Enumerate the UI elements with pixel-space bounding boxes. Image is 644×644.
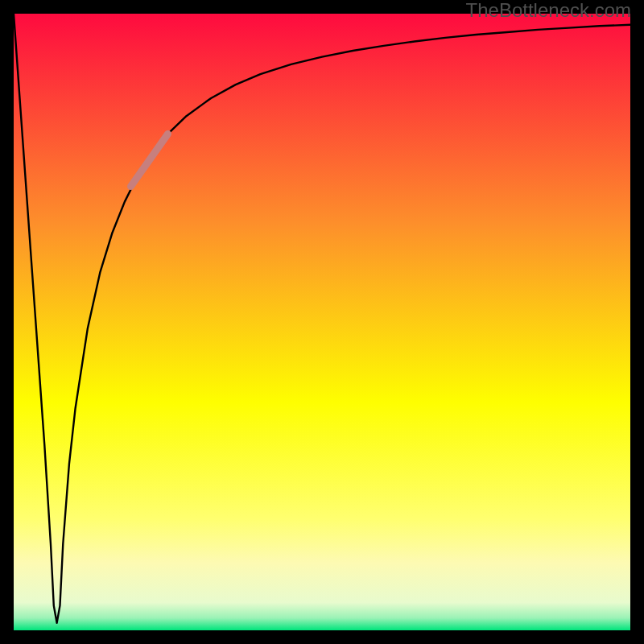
- chart-frame: TheBottleneck.com: [0, 0, 644, 644]
- plot-area: [14, 14, 630, 630]
- chart-svg: [14, 14, 630, 630]
- gradient-background: [14, 14, 630, 630]
- watermark-text: TheBottleneck.com: [466, 0, 631, 22]
